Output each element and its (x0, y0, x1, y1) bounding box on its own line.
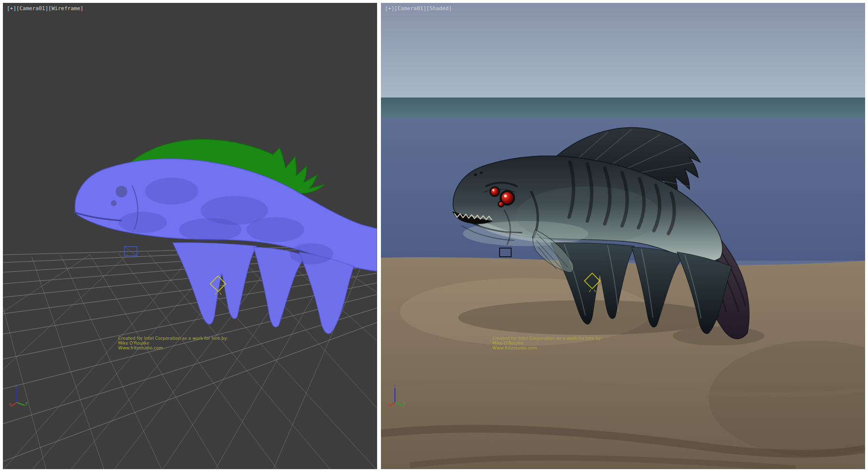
watermark-line1: Created for Intel Corporation as a work … (492, 336, 602, 341)
watermark-line2: Mike O'Rourke (492, 341, 602, 346)
sea-band (381, 97, 865, 118)
wireframe-scene-canvas (3, 3, 377, 469)
watermark-line3: Www.fritzstudio.com (492, 346, 602, 350)
axis-z-label: z (393, 383, 395, 388)
watermark: Created for Intel Corporation as a work … (492, 336, 602, 350)
axis-y-label: y (25, 401, 28, 405)
viewport-label[interactable]: [+][Camera01][Wireframe] (7, 5, 83, 12)
axis-x-label: x (9, 402, 12, 406)
axis-z-label: z (15, 383, 17, 388)
world-axis-gizmo: z x y (9, 382, 29, 409)
shaded-scene-canvas (381, 3, 865, 469)
tail-shadow (673, 326, 764, 346)
watermark-line3: Www.fritzstudio.com (118, 346, 228, 350)
viewport-label[interactable]: [+][Camera01][Shaded] (385, 5, 452, 12)
eye-red-large (502, 192, 513, 204)
eye-red-tiny (499, 202, 503, 207)
fish-eye-spot-small (111, 200, 117, 206)
fish-eye-spot-large (116, 186, 127, 197)
eye-red-small (491, 188, 499, 195)
world-axis-gizmo: z x y (387, 382, 407, 409)
watermark: Created for Intel Corporation as a work … (118, 336, 228, 350)
nostril-right (480, 172, 483, 174)
viewport-area: [+][Camera01][Wireframe] Created for Int… (0, 0, 868, 472)
watermark-line2: Mike O'Rourke (118, 341, 228, 346)
axis-x-label: x (387, 402, 390, 406)
viewport-shaded[interactable]: [+][Camera01][Shaded] Created for Intel … (381, 3, 865, 469)
watermark-line1: Created for Intel Corporation as a work … (118, 336, 228, 341)
axis-y-label: y (403, 401, 406, 405)
sky-upper (381, 3, 865, 97)
viewport-wireframe[interactable]: [+][Camera01][Wireframe] Created for Int… (3, 3, 377, 469)
nostril-left (474, 173, 477, 176)
